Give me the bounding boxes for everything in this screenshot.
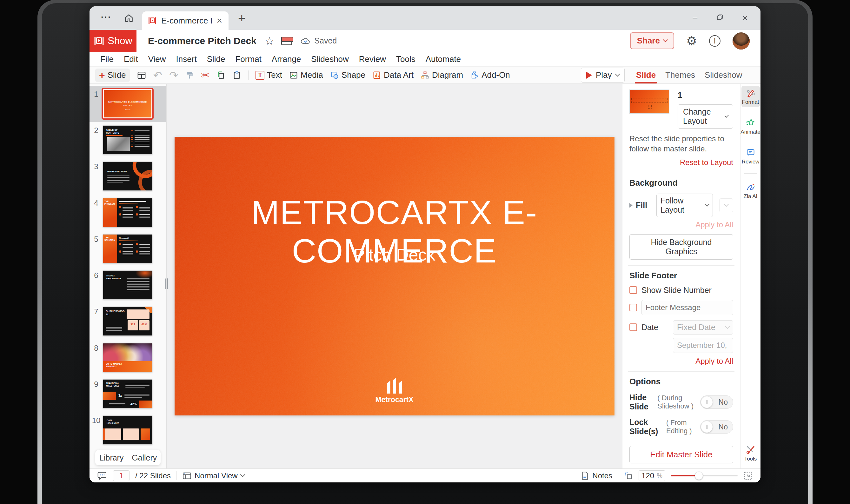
date-mode-select[interactable]: Fixed Date [673,320,733,335]
menu-review[interactable]: Review [359,54,386,64]
redo-icon[interactable]: ↷ [169,69,178,82]
browser-menu-icon[interactable]: ⋯ [90,11,121,26]
restore-button[interactable] [716,13,724,23]
insert-shape-button[interactable]: Shape [330,70,365,80]
slide-10-thumbnail[interactable]: DATAHIGHLIGHT [103,415,152,445]
add-slide-button[interactable]: + Slide [95,69,130,82]
menu-edit[interactable]: Edit [124,54,138,64]
slide-row-9[interactable]: 9 TRACTION & MILESTONES 3x 42% [90,376,166,412]
slide-row-5[interactable]: 5 THE SOLUTION MetrocartX [90,231,166,267]
zoom-slider-handle[interactable] [695,472,703,480]
gallery-tab[interactable]: Gallery [128,453,161,463]
slide-8-thumbnail[interactable]: GO-TO-MARKET STRATEGY [103,343,152,372]
info-icon[interactable]: i [709,35,721,47]
document-title[interactable]: E-commerce Pitch Deck [148,36,256,46]
tab-slideshow[interactable]: Slideshow [705,67,742,84]
slide-9-thumbnail[interactable]: TRACTION & MILESTONES 3x 42% [103,379,152,409]
slide-row-8[interactable]: 8 GO-TO-MARKET STRATEGY [90,340,166,376]
format-painter-icon[interactable] [185,71,194,80]
insert-text-button[interactable]: T Text [255,70,282,80]
menu-insert[interactable]: Insert [176,54,197,64]
copy-icon[interactable] [216,71,225,80]
menu-tools[interactable]: Tools [396,54,415,64]
slide-subtitle[interactable]: Pitch Deck [175,245,614,264]
margins-icon[interactable] [624,471,633,480]
insert-data-art-button[interactable]: Data Art [372,70,414,80]
rail-review-button[interactable]: Review [741,145,760,167]
menu-file[interactable]: File [100,54,114,64]
view-mode-select[interactable]: Normal View [182,471,245,480]
fill-color-swatch[interactable] [719,198,733,212]
slide-row-4[interactable]: 4 THE PROBLEM [90,195,166,231]
folder-icon[interactable] [281,37,292,45]
menu-arrange[interactable]: Arrange [272,54,301,64]
slide-row-6[interactable]: 6 MARKETOPPORTUNITY [90,267,166,303]
lock-slide-toggle[interactable]: No [700,420,733,434]
slide-row-2[interactable]: 2 TABLE OF CONTENTS [90,122,166,158]
insert-media-button[interactable]: Media [289,70,323,80]
minimize-button[interactable]: − [692,13,698,23]
fixed-date-input[interactable] [673,338,733,353]
menu-view[interactable]: View [148,54,166,64]
sidebar-resize-handle[interactable] [165,276,168,291]
play-button[interactable]: Play [581,68,625,83]
expand-caret-icon[interactable] [629,203,633,208]
library-tab[interactable]: Library [95,453,128,463]
comments-icon[interactable] [97,471,107,481]
user-avatar[interactable] [733,32,750,50]
add-on-button[interactable]: Add-On [470,70,510,80]
paste-icon[interactable] [232,71,241,80]
fill-select[interactable]: Follow Layout [656,194,713,217]
close-window-button[interactable]: × [742,13,748,23]
share-button[interactable]: Share [630,32,674,49]
menu-slideshow[interactable]: Slideshow [311,54,349,64]
new-tab-button[interactable]: + [238,11,245,25]
zoom-level-input[interactable]: 120 % [639,470,665,481]
notes-button[interactable]: Notes [581,471,612,480]
slide-preview-thumbnail[interactable] [629,90,669,114]
zoom-slider[interactable] [671,475,738,476]
home-icon[interactable] [124,13,134,23]
menu-slide[interactable]: Slide [207,54,225,64]
slide-row-1[interactable]: 1 METROCARTX E-COMMERCE Pitch Deck Metro… [90,86,166,122]
insert-diagram-button[interactable]: Diagram [420,70,463,80]
slide-6-thumbnail[interactable]: MARKETOPPORTUNITY [103,270,152,300]
rail-tools-button[interactable]: Tools [741,443,760,464]
slide-3-thumbnail[interactable]: INTRODUCTION [103,162,152,191]
slide-7-thumbnail[interactable]: BUSINESSMODEL $22 42% [103,307,152,336]
rail-format-button[interactable]: Format [741,86,760,107]
date-checkbox[interactable] [629,323,637,331]
slide-5-thumbnail[interactable]: THE SOLUTION MetrocartX [103,234,152,264]
tab-close-icon[interactable]: × [216,16,222,25]
tab-themes[interactable]: Themes [665,67,695,84]
footer-message-input[interactable] [641,300,733,315]
footer-message-checkbox[interactable] [629,304,637,311]
slide-row-10[interactable]: 10 DATAHIGHLIGHT [90,412,166,448]
slide-2-thumbnail[interactable]: TABLE OF CONTENTS [103,125,152,155]
show-slide-number-checkbox[interactable] [629,286,637,294]
slide-row-7[interactable]: 7 BUSINESSMODEL $22 42% [90,303,166,339]
slide-1-thumbnail[interactable]: METROCARTX E-COMMERCE Pitch Deck Metroca… [103,89,152,119]
reset-to-layout-link[interactable]: Reset to Layout [629,158,733,167]
settings-gear-icon[interactable]: ⚙ [686,34,697,48]
hide-slide-toggle[interactable]: No [700,395,733,409]
cut-icon[interactable]: ✂ [201,69,210,81]
menu-automate[interactable]: Automate [426,54,461,64]
fit-to-screen-icon[interactable] [743,471,753,481]
rail-zia-ai-button[interactable]: Zia AI [741,180,760,201]
current-page-input[interactable] [113,470,129,481]
edit-master-slide-button[interactable]: Edit Master Slide [629,446,733,463]
undo-icon[interactable]: ↶ [153,69,163,82]
menu-format[interactable]: Format [235,54,261,64]
browser-tab[interactable]: E-commerce Pit... × [142,12,229,30]
slide-row-3[interactable]: 3 INTRODUCTION [90,158,166,194]
favorite-star-icon[interactable]: ☆ [265,35,274,47]
current-slide[interactable]: METROCARTX E-COMMERCE Pitch Deck Metroca… [175,137,614,415]
change-layout-button[interactable]: Change Layout [677,104,733,128]
slide-4-thumbnail[interactable]: THE PROBLEM [103,198,152,227]
apply-to-all-link[interactable]: Apply to All [629,357,733,366]
hide-background-graphics-button[interactable]: Hide Background Graphics [629,234,733,259]
metrocartx-logo[interactable]: MetrocartX [175,377,614,404]
tab-slide[interactable]: Slide [636,67,656,84]
rail-animate-button[interactable]: Animate [741,115,760,137]
